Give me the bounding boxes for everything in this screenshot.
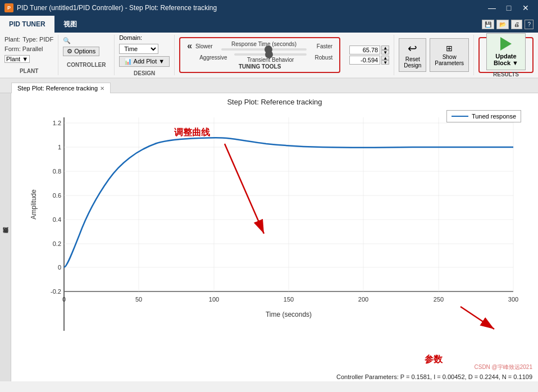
tuning-tools-label: TUNING TOOLS [187, 63, 332, 70]
svg-text:1.2: 1.2 [53, 120, 61, 126]
title-bar-left: P PID Tuner (untitled1/PID Controller) -… [4, 3, 217, 12]
value1-row: ▲ ▼ [349, 45, 389, 54]
slider-left-arrow[interactable]: « [187, 41, 192, 51]
svg-text:100: 100 [209, 296, 219, 303]
reset-design-button[interactable]: ↩ ResetDesign [399, 38, 426, 72]
svg-text:0: 0 [58, 264, 61, 271]
response-time-label: Response Time (seconds) [231, 41, 297, 47]
sidebar: 数据浏览器 [0, 93, 11, 381]
domain-label: Domain: [119, 34, 170, 42]
show-parameters-button[interactable]: ⊞ ShowParameters [430, 38, 469, 72]
minimize-button[interactable]: — [484, 2, 500, 14]
numeric-inputs-section: ▲ ▼ ▲ ▼ [345, 35, 394, 75]
tuning-tools-section: « Slower Response Time (seconds) Faster … [179, 37, 340, 73]
search-icon: 🔍 [63, 37, 71, 44]
svg-text:-0.2: -0.2 [51, 288, 61, 295]
svg-text:0: 0 [62, 296, 66, 303]
svg-text:Time (seconds): Time (seconds) [266, 311, 312, 318]
transient-behavior-slider-row: Aggressive Transient Behavior Robust [187, 52, 332, 63]
play-icon [500, 37, 512, 51]
plot-area: Step Plot: Reference tracking Tuned resp… [11, 93, 538, 381]
svg-text:300: 300 [508, 296, 518, 303]
plant-section: Plant: Type: PIDF Form: Parallel Plant ▼… [0, 35, 58, 75]
svg-text:0.8: 0.8 [53, 168, 61, 175]
response-time-slider[interactable]: Response Time (seconds) [221, 41, 307, 52]
window-controls: — □ ✕ [484, 2, 534, 14]
value2-down[interactable]: ▼ [381, 60, 389, 65]
update-block-button[interactable]: UpdateBlock ▼ [486, 33, 526, 70]
svg-text:200: 200 [358, 296, 368, 303]
chart-svg: 1.2 1 0.8 0.6 0.4 0.2 0 -0.2 0 50 [17, 106, 538, 353]
app-icon: P [4, 3, 13, 12]
domain-select[interactable]: Time Frequency [119, 44, 158, 54]
plant-dropdown-row: Plant ▼ [4, 55, 53, 63]
toolbar-print-btn[interactable]: 🖨 [511, 20, 522, 29]
design-label: DESIGN [119, 69, 170, 76]
svg-text:0.2: 0.2 [53, 240, 61, 247]
slower-label: Slower [195, 43, 218, 49]
add-plot-button[interactable]: 📊 Add Plot ▼ [119, 56, 170, 67]
svg-text:250: 250 [434, 296, 444, 303]
controller-label: CONTROLLER [63, 61, 110, 68]
results-label: RESULTS [493, 71, 519, 78]
transient-thumb[interactable] [265, 51, 273, 58]
value1-down[interactable]: ▼ [381, 50, 389, 54]
svg-text:0.6: 0.6 [53, 192, 61, 199]
design-section: Domain: Time Frequency 📊 Add Plot ▼ DESI… [115, 35, 175, 75]
help-btn[interactable]: ? [525, 20, 534, 29]
plant-type-label: Plant: [4, 36, 20, 43]
action-section: ↩ ResetDesign ⊞ ShowParameters [394, 35, 474, 75]
toolbar-save-btn[interactable]: 💾 [482, 20, 494, 29]
tab-close-icon[interactable]: ✕ [100, 85, 104, 92]
plot-tab[interactable]: Step Plot: Reference tracking ✕ [11, 83, 111, 93]
plant-type-row: Plant: Type: PIDF [4, 36, 53, 43]
reset-icon: ↩ [408, 42, 417, 55]
value1-spin: ▲ ▼ [381, 45, 389, 54]
show-params-label: ShowParameters [435, 54, 464, 66]
svg-text:1: 1 [58, 144, 61, 151]
value1-input[interactable] [349, 45, 380, 54]
domain-text: Domain: [119, 34, 142, 41]
tab-view[interactable]: 视图 [54, 16, 86, 33]
ribbon-content: Plant: Type: PIDF Form: Parallel Plant ▼… [0, 33, 538, 79]
plant-label: PLANT [4, 67, 53, 74]
table-icon: ⊞ [446, 44, 453, 53]
main-area: 数据浏览器 Step Plot: Reference tracking Tune… [0, 93, 538, 381]
plot-tab-label: Step Plot: Reference tracking [17, 85, 98, 92]
ribbon-tabs: PID TUNER 视图 💾 📂 🖨 ? [0, 16, 538, 33]
options-button[interactable]: ⚙ Options [63, 47, 99, 56]
svg-text:Amplitude: Amplitude [30, 189, 38, 220]
plant-dropdown[interactable]: Plant ▼ [4, 55, 30, 63]
toolbar-open-btn[interactable]: 📂 [496, 20, 509, 29]
tab-pid-tuner[interactable]: PID TUNER [0, 16, 54, 33]
value2-input[interactable] [349, 56, 380, 65]
controller-section: 🔍 ⚙ Options CONTROLLER [58, 35, 115, 75]
legend-box: Tuned response [446, 110, 521, 122]
transient-track[interactable] [234, 53, 307, 56]
svg-text:150: 150 [284, 296, 294, 303]
controller-params: Controller Parameters: P = 0.1581, I = 0… [336, 373, 532, 380]
plant-type-value: Type: PIDF [22, 36, 53, 43]
legend-line [452, 116, 468, 117]
watermark: CSDN @宇峰致远2021 [474, 363, 532, 371]
close-button[interactable]: ✕ [518, 2, 534, 14]
options-row: ⚙ Options [63, 47, 110, 56]
title-bar: P PID Tuner (untitled1/PID Controller) -… [0, 0, 538, 16]
chart-axes: 1.2 1 0.8 0.6 0.4 0.2 0 -0.2 0 50 [30, 117, 518, 331]
response-time-slider-row: « Slower Response Time (seconds) Faster [187, 41, 332, 52]
legend-label: Tuned response [472, 113, 516, 120]
update-section: UpdateBlock ▼ RESULTS [478, 37, 534, 73]
svg-text:0.4: 0.4 [53, 216, 61, 223]
window-title: PID Tuner (untitled1/PID Controller) - S… [17, 4, 217, 12]
sidebar-item-data-browser[interactable]: 数据浏览器 [1, 235, 11, 240]
svg-text:50: 50 [135, 296, 142, 303]
aggressive-label: Aggressive [199, 54, 231, 61]
response-time-track[interactable] [221, 48, 307, 51]
maximize-button[interactable]: □ [501, 2, 517, 14]
update-block-label: UpdateBlock ▼ [494, 53, 518, 66]
value2-row: ▲ ▼ [349, 56, 389, 65]
params-annotation-text: 参数 [425, 354, 443, 366]
reset-label: ResetDesign [404, 56, 421, 69]
transient-behavior-slider[interactable]: Transient Behavior [234, 52, 307, 63]
value2-spin: ▲ ▼ [381, 56, 389, 65]
